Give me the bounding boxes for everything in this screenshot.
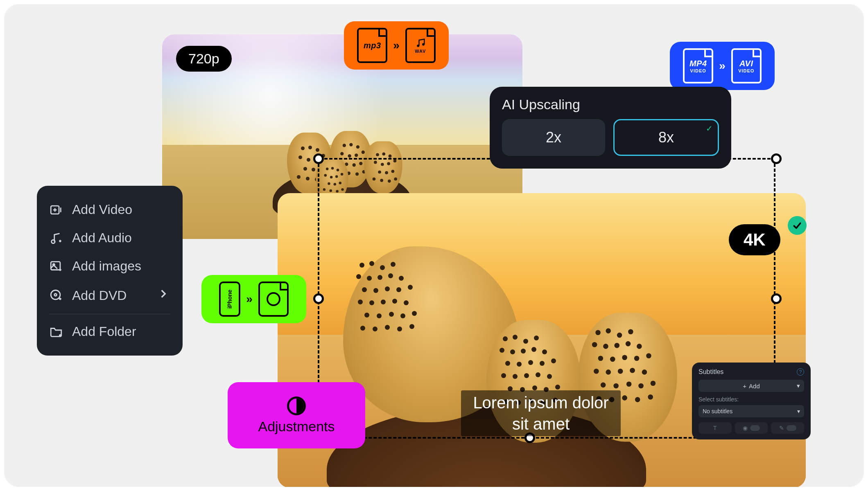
crop-handle[interactable] <box>771 293 782 304</box>
menu-item-label: Add images <box>72 259 141 274</box>
add-dvd-item[interactable]: Add DVD <box>47 280 172 311</box>
check-icon <box>788 216 807 235</box>
audio-add-icon <box>49 231 63 245</box>
add-media-menu: Add Video Add Audio Add images Add DVD A… <box>37 186 183 356</box>
contrast-icon <box>287 396 306 415</box>
chevron-right-icon: » <box>719 59 726 72</box>
image-add-icon <box>49 259 63 273</box>
menu-item-label: Add Folder <box>72 324 136 339</box>
menu-item-label: Add Audio <box>72 230 132 246</box>
file-icon-mp4: MP4 VIDEO <box>683 48 713 83</box>
camera-icon <box>258 282 289 317</box>
video-add-icon <box>49 203 63 217</box>
menu-item-label: Add Video <box>72 202 132 217</box>
upscale-option-8x[interactable]: 8x✓ <box>613 119 719 156</box>
panel-title: Subtitles <box>698 368 723 376</box>
adjustments-chip[interactable]: Adjustments <box>228 382 365 448</box>
subtitle-overlay: Lorem ipsum dolor sit amet <box>461 390 621 436</box>
dvd-add-icon <box>49 288 63 302</box>
help-icon[interactable]: ? <box>797 368 804 376</box>
file-icon-wav: WAV <box>405 28 436 63</box>
crop-handle[interactable] <box>771 153 782 164</box>
chevron-right-icon <box>156 287 170 304</box>
folder-add-icon <box>49 325 63 339</box>
add-folder-item[interactable]: Add Folder <box>47 318 172 346</box>
upscale-option-2x[interactable]: 2x <box>502 119 605 156</box>
resolution-badge-4k: 4K <box>729 224 780 255</box>
file-icon-mp3: mp3 <box>357 28 387 63</box>
add-video-item[interactable]: Add Video <box>47 196 172 224</box>
plus-icon: + <box>743 383 746 390</box>
iphone-icon: iPhone <box>219 282 240 317</box>
crop-handle[interactable] <box>313 293 324 304</box>
convert-chip-iphone-camera[interactable]: iPhone » <box>201 275 306 323</box>
chevron-down-icon: ▾ <box>797 382 800 390</box>
file-icon-avi: AVI VIDEO <box>731 48 762 83</box>
subtitle-font-tool[interactable]: T <box>698 422 732 434</box>
svg-point-0 <box>417 45 419 47</box>
subtitle-color-toggle[interactable]: ◉ <box>735 422 768 434</box>
panel-title: AI Upscaling <box>502 97 719 113</box>
menu-item-label: Add DVD <box>72 288 127 303</box>
subtitle-edit-toggle[interactable]: ✎ <box>771 422 804 434</box>
subtitles-panel: Subtitles ? + Add ▾ Select subtitles: No… <box>692 363 811 439</box>
convert-chip-mp3-wav[interactable]: mp3 » WAV <box>344 21 449 70</box>
menu-divider <box>49 314 170 314</box>
svg-point-3 <box>52 240 55 243</box>
resolution-badge-720p: 720p <box>176 46 232 72</box>
field-label: Select subtitles: <box>698 396 804 403</box>
button-label: Add <box>749 383 760 390</box>
chevron-right-icon: » <box>246 293 253 306</box>
convert-chip-mp4-avi[interactable]: MP4 VIDEO » AVI VIDEO <box>670 42 775 90</box>
check-icon: ✓ <box>706 124 713 133</box>
chevron-down-icon: ▾ <box>797 408 800 414</box>
chevron-right-icon: » <box>393 39 400 52</box>
crop-handle[interactable] <box>313 153 324 164</box>
svg-point-1 <box>422 43 425 46</box>
add-audio-item[interactable]: Add Audio <box>47 224 172 252</box>
music-icon <box>415 37 426 49</box>
svg-point-6 <box>51 290 60 300</box>
ai-upscaling-panel: AI Upscaling 2x 8x✓ <box>490 87 731 169</box>
svg-point-7 <box>54 294 57 296</box>
canvas: 720p mp3 » WAV MP4 VIDEO » AVI VIDEO <box>4 4 864 487</box>
svg-rect-4 <box>51 261 60 270</box>
subtitles-add-button[interactable]: + Add ▾ <box>698 380 804 392</box>
add-images-item[interactable]: Add images <box>47 252 172 280</box>
adjustments-label: Adjustments <box>258 419 335 435</box>
subtitles-select[interactable]: No subtitles ▾ <box>698 405 804 417</box>
